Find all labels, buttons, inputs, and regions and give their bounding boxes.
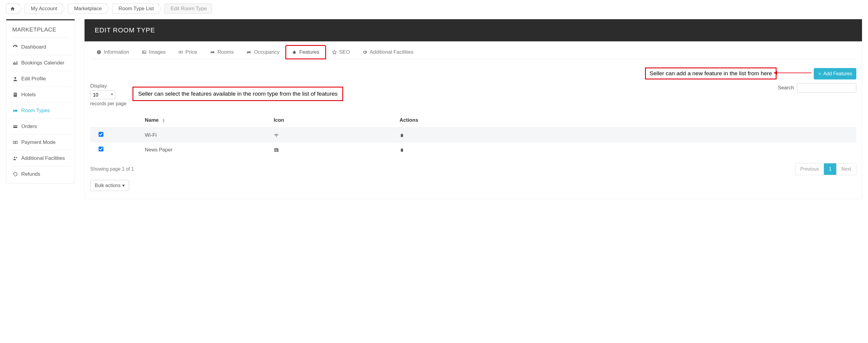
breadcrumb-item-room-type-list[interactable]: Room Type List (112, 4, 159, 14)
info-icon (96, 50, 101, 55)
sidebar-item-label: Bookings Calender (21, 60, 64, 66)
card-icon (12, 124, 18, 129)
page-header: EDIT ROOM TYPE (85, 19, 862, 41)
image-icon (142, 50, 147, 55)
sidebar-item-orders[interactable]: Orders (9, 119, 72, 135)
tab-label: SEO (339, 49, 350, 55)
sidebar: MARKETPLACE Dashboard Bookings Calender … (6, 19, 75, 184)
svg-point-23 (211, 52, 212, 53)
tab-occupancy[interactable]: Occupancy (240, 45, 286, 59)
star-outline-icon (332, 50, 337, 55)
user-icon (12, 76, 18, 82)
sidebar-item-label: Refunds (21, 171, 40, 177)
svg-rect-3 (17, 61, 18, 65)
table-info: Showing page 1 of 1 (90, 166, 134, 172)
annotation-select-features: Seller can select the features available… (132, 87, 343, 101)
tab-additional-facilities[interactable]: Additional Facilities (356, 45, 420, 59)
home-icon (10, 6, 15, 11)
sidebar-item-additional-facilities[interactable]: Additional Facilities (9, 151, 72, 166)
sidebar-item-edit-profile[interactable]: Edit Profile (9, 71, 72, 87)
bulk-actions-label: Bulk actions (95, 183, 121, 188)
money-icon (178, 50, 183, 55)
display-length-select[interactable]: 10 (90, 90, 115, 99)
svg-rect-12 (13, 126, 18, 127)
pagination: Previous 1 Next (795, 163, 856, 175)
annotation-add-feature: Seller can add a new feature in the list… (645, 67, 777, 80)
search-label: Search (778, 85, 794, 91)
tab-features[interactable]: Features (286, 45, 326, 59)
svg-point-22 (180, 52, 181, 53)
column-header-actions: Actions (396, 113, 856, 128)
dashboard-icon (12, 44, 18, 50)
row-icon-cell (270, 143, 396, 157)
sidebar-item-label: Dashboard (21, 44, 46, 50)
sidebar-item-label: Payment Mode (21, 139, 56, 146)
tab-images[interactable]: Images (135, 45, 172, 59)
features-table: Name ▲▼ Icon Actions Wi-Fi (90, 113, 856, 157)
sidebar-item-room-types[interactable]: Room Types (9, 103, 72, 119)
svg-rect-13 (13, 141, 18, 144)
users-plus-icon (12, 156, 18, 161)
breadcrumb-home[interactable] (6, 4, 19, 14)
add-features-button[interactable]: Add Features (814, 68, 856, 80)
sidebar-item-label: Additional Facilities (21, 155, 65, 161)
delete-row-button[interactable] (400, 133, 853, 137)
plus-icon (818, 72, 822, 75)
display-label: Display (90, 83, 126, 89)
column-header-icon: Icon (270, 113, 396, 128)
sidebar-item-label: Edit Profile (21, 76, 46, 82)
sidebar-item-label: Room Types (21, 107, 50, 114)
tab-label: Information (104, 49, 129, 55)
row-icon-cell (270, 128, 396, 143)
search-input[interactable] (797, 83, 856, 93)
gear-icon (362, 50, 367, 55)
page-prev-button[interactable]: Previous (796, 163, 824, 175)
sidebar-item-hotels[interactable]: Hotels (9, 87, 72, 103)
caret-down-icon: ▾ (122, 183, 125, 188)
row-checkbox[interactable] (99, 132, 103, 137)
tab-label: Occupancy (254, 49, 279, 55)
tabs: Information Images Price Rooms Occupancy (90, 45, 856, 59)
tab-information[interactable]: Information (90, 45, 135, 59)
tab-label: Rooms (218, 49, 234, 55)
bulk-actions-button[interactable]: Bulk actions ▾ (90, 180, 129, 191)
tab-seo[interactable]: SEO (326, 45, 356, 59)
sidebar-item-payment-mode[interactable]: Payment Mode (9, 135, 72, 151)
sidebar-item-bookings-calendar[interactable]: Bookings Calender (9, 55, 72, 71)
breadcrumb-current: Edit Room Type (164, 4, 212, 14)
tab-rooms[interactable]: Rooms (204, 45, 240, 59)
newspaper-icon (274, 147, 392, 153)
svg-rect-2 (16, 63, 16, 65)
annotation-arrow (777, 72, 811, 73)
page-title: EDIT ROOM TYPE (95, 26, 852, 34)
table-row: Wi-Fi (90, 128, 856, 143)
breadcrumb-separator (159, 4, 164, 14)
svg-rect-5 (14, 93, 17, 97)
bed-icon (246, 50, 251, 55)
undo-icon (12, 172, 18, 177)
sidebar-item-refunds[interactable]: Refunds (9, 166, 72, 182)
bed-icon (12, 108, 18, 113)
svg-rect-21 (179, 51, 183, 53)
building-icon (12, 92, 18, 97)
svg-rect-6 (14, 94, 15, 94)
table-row: News Paper (90, 143, 856, 157)
add-features-label: Add Features (823, 71, 852, 76)
breadcrumb-item-my-account[interactable]: My Account (25, 4, 62, 14)
breadcrumb: My Account Marketplace Room Type List Ed… (6, 4, 862, 14)
svg-point-10 (14, 110, 15, 111)
breadcrumb-item-marketplace[interactable]: Marketplace (68, 4, 107, 14)
records-per-page-label: records per page (90, 101, 126, 106)
page-next-button[interactable]: Next (837, 163, 856, 175)
column-header-name[interactable]: Name ▲▼ (141, 113, 270, 128)
wifi-icon (274, 132, 392, 138)
tab-label: Price (186, 49, 197, 55)
column-header-checkbox (90, 113, 141, 128)
row-checkbox[interactable] (99, 147, 103, 151)
tab-price[interactable]: Price (172, 45, 204, 59)
sidebar-title: MARKETPLACE (12, 26, 69, 37)
sidebar-item-dashboard[interactable]: Dashboard (9, 39, 72, 55)
tab-label: Images (149, 49, 166, 55)
delete-row-button[interactable] (400, 148, 853, 152)
page-number-button[interactable]: 1 (824, 163, 837, 175)
